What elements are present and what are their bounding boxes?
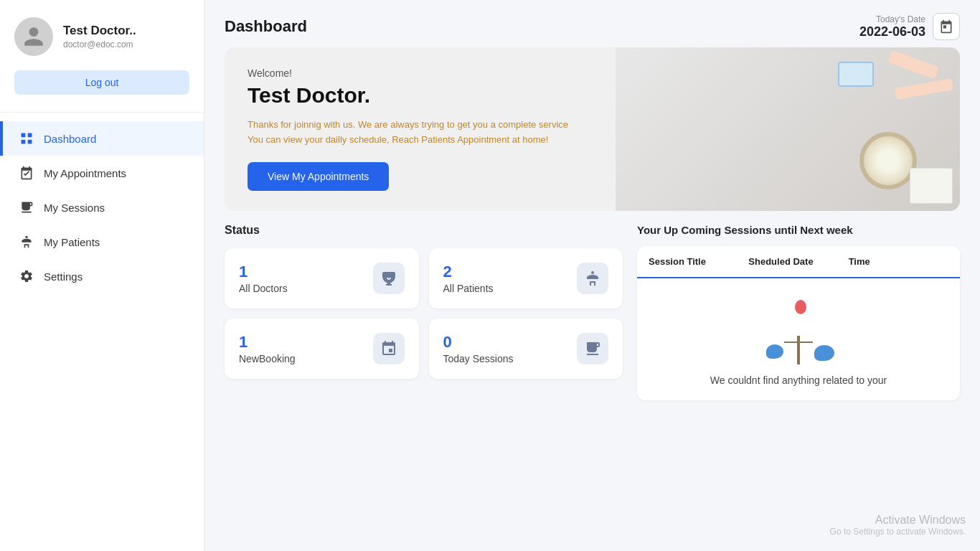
supply-tape	[859, 132, 917, 189]
booking-icon	[380, 340, 397, 357]
stat-label-patients: All Patients	[443, 283, 494, 294]
tree-branch	[784, 342, 813, 343]
sidebar-item-label-sessions: My Sessions	[44, 202, 105, 214]
svg-rect-0	[22, 133, 26, 138]
empty-illustration	[759, 300, 838, 364]
status-panel: Status 1 All Doctors	[225, 224, 623, 537]
stat-label-today-sessions: Today Sessions	[443, 353, 514, 364]
main-header: Dashboard Today's Date 2022-06-03	[204, 0, 980, 47]
main-content: Dashboard Today's Date 2022-06-03 Welcom…	[204, 0, 980, 551]
date-info: Today's Date 2022-06-03	[859, 14, 925, 39]
col-session-title: Session Title	[649, 256, 748, 267]
session-icon-box	[577, 333, 608, 364]
sessions-empty-text: We couldnt find anything related to your	[710, 375, 887, 386]
supply-box	[838, 62, 874, 87]
dashboard-icon	[19, 131, 34, 146]
sessions-title: Your Up Coming Sessions until Next week	[637, 224, 960, 236]
supply-bandage2	[895, 78, 953, 100]
bird1	[766, 344, 783, 359]
appointments-icon	[19, 165, 34, 181]
logout-button[interactable]: Log out	[14, 70, 189, 95]
status-title: Status	[225, 224, 623, 237]
supply-bandage1	[887, 50, 939, 80]
patient-icon-box	[577, 263, 608, 294]
sessions-panel: Your Up Coming Sessions until Next week …	[637, 224, 960, 537]
welcome-banner: Welcome! Test Doctor. Thanks for joinnig…	[225, 47, 960, 211]
sidebar: Test Doctor.. doctor@edoc.com Log out Da…	[0, 0, 204, 551]
sidebar-item-label-settings: Settings	[44, 270, 83, 283]
banner-name: Test Doctor.	[248, 83, 593, 108]
status-card-doctors: 1 All Doctors	[225, 248, 419, 309]
sidebar-item-label-dashboard: Dashboard	[44, 133, 96, 145]
booking-icon-box	[373, 333, 405, 364]
doctor-icon	[380, 270, 397, 287]
stat-number-doctors: 1	[239, 263, 288, 281]
bottom-section: Status 1 All Doctors	[204, 224, 980, 551]
tree-trunk	[797, 336, 800, 364]
user-info: Test Doctor.. doctor@edoc.com	[63, 24, 136, 50]
sessions-table: Session Title Sheduled Date Time We coul…	[637, 246, 960, 400]
status-grid: 1 All Doctors 2 All Patients	[225, 248, 623, 379]
sidebar-item-label-patients: My Patients	[44, 236, 100, 248]
stat-label-doctors: All Doctors	[239, 283, 288, 294]
date-label: Today's Date	[859, 14, 925, 24]
banner-content: Welcome! Test Doctor. Thanks for joinnig…	[225, 47, 616, 211]
sidebar-item-sessions[interactable]: My Sessions	[0, 190, 204, 225]
sidebar-item-label-appointments: My Appointments	[44, 167, 126, 179]
user-section: Test Doctor.. doctor@edoc.com	[0, 0, 204, 70]
avatar	[14, 17, 53, 56]
page-title: Dashboard	[225, 17, 307, 36]
banner-image	[616, 47, 961, 211]
svg-rect-3	[28, 140, 32, 144]
settings-icon	[19, 268, 34, 284]
status-card-patients: 2 All Patients	[429, 248, 623, 309]
user-email: doctor@edoc.com	[63, 39, 136, 50]
stat-label-booking: NewBooking	[239, 353, 296, 364]
view-appointments-button[interactable]: View My Appointments	[248, 162, 389, 191]
calendar-button[interactable]	[933, 13, 960, 40]
svg-point-5	[591, 271, 594, 274]
stat-number-today-sessions: 0	[443, 333, 514, 352]
sidebar-item-dashboard[interactable]: Dashboard	[0, 121, 204, 156]
svg-rect-2	[22, 140, 26, 144]
sidebar-divider	[0, 112, 204, 113]
banner-welcome: Welcome!	[248, 67, 593, 79]
stat-number-patients: 2	[443, 263, 494, 281]
patient-icon	[584, 270, 601, 287]
sessions-empty: We couldnt find anything related to your	[637, 278, 960, 400]
sidebar-item-appointments[interactable]: My Appointments	[0, 156, 204, 190]
col-scheduled-date: Sheduled Date	[748, 256, 848, 267]
date-area: Today's Date 2022-06-03	[859, 13, 960, 40]
status-card-today-sessions: 0 Today Sessions	[429, 319, 623, 379]
patients-icon	[19, 234, 34, 250]
supply-gauze	[910, 168, 953, 204]
doctor-icon-box	[373, 263, 405, 294]
sidebar-item-patients[interactable]: My Patients	[0, 225, 204, 259]
sidebar-item-settings[interactable]: Settings	[0, 259, 204, 293]
svg-rect-1	[28, 133, 32, 138]
status-card-booking: 1 NewBooking	[225, 319, 419, 379]
col-time: Time	[849, 256, 948, 267]
stat-number-booking: 1	[239, 333, 296, 352]
calendar-icon	[939, 19, 953, 34]
sessions-table-header: Session Title Sheduled Date Time	[637, 246, 960, 278]
session-icon	[584, 340, 601, 357]
svg-point-4	[25, 236, 27, 238]
balloon	[795, 300, 806, 314]
bird2	[814, 345, 834, 361]
banner-description: Thanks for joinnig with us. We are alway…	[248, 118, 593, 148]
date-value: 2022-06-03	[859, 24, 925, 39]
sessions-icon	[19, 199, 34, 215]
user-name: Test Doctor..	[63, 24, 136, 38]
